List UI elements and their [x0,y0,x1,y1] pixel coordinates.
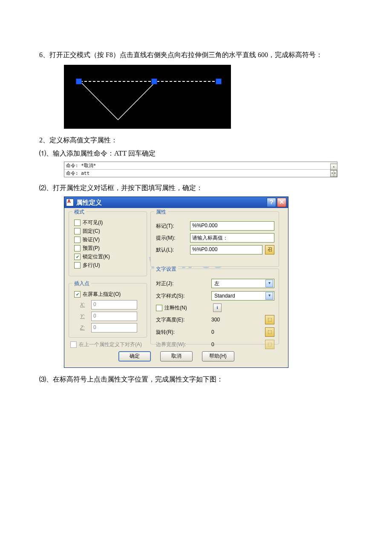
label-y: Y: [80,313,91,319]
scroll-right-icon[interactable]: ▸ [334,170,337,177]
input-y: 0 [91,312,137,321]
pick-rotation-icon[interactable]: ⬚ [265,327,274,337]
grip-mid [151,78,157,84]
label-rotation: 旋转(R): [156,329,211,336]
close-icon[interactable]: ✕ [277,198,286,207]
group-mode: 模式 不可见(I) 固定(C) 验证(V) 预置(P) 锁定位置(K) 多行(U… [69,211,147,276]
select-justify[interactable]: 左▾ [211,279,274,288]
dialog-app-icon [66,199,74,206]
chk-align-below-prev: 在上一个属性定义下对齐(A) [70,341,282,348]
info-icon[interactable]: i [213,304,222,312]
insert-field-icon[interactable]: 召 [265,245,274,254]
label-justify: 对正(J): [156,280,211,287]
input-x: 0 [91,300,137,309]
group-insert-point: 插入点 在屏幕上指定(O) X:0 Y:0 Z:0 [69,283,147,338]
input-default[interactable]: %%P0.000 [190,245,262,254]
group-insert-legend: 插入点 [72,280,91,287]
paragraph-2: 2、定义标高值文字属性： [26,135,366,146]
label-z: Z: [80,325,91,331]
group-text-settings: 文字设置 对正(J): 左▾ 文字样式(S): Standard▾ 注释性(N) [150,269,279,344]
label-prompt: 提示(M): [156,234,190,242]
paragraph-6: 6、打开正交模式（按 F8）点击直线右侧夹点向右拉伸倒三角的水平直线 600，完… [26,49,366,61]
chevron-down-icon: ▾ [265,292,273,300]
chk-invisible[interactable]: 不可见(I) [74,219,142,226]
grip-left [76,78,82,84]
paragraph-2-3: ⑶、在标高符号上点击属性文字位置，完成属性文字如下图： [26,374,366,385]
chk-annotative-wrap: 注释性(N) [156,304,211,312]
help-icon[interactable]: ? [267,198,276,207]
input-tag[interactable]: %%P0.000 [190,221,274,231]
chk-specify-onscreen[interactable]: 在屏幕上指定(O) [74,291,142,298]
cad-viewport-figure [64,65,231,129]
cmd-line-1: 命令: *取消* [64,162,337,169]
input-text-height[interactable]: 300 [211,317,262,323]
label-default: 默认(L): [156,246,190,254]
scroll-up-icon[interactable]: ▴ [330,164,337,170]
label-text-height: 文字高度(E): [156,316,211,324]
ok-button[interactable]: 确定 [118,351,151,361]
group-mode-legend: 模式 [72,208,86,216]
input-rotation[interactable]: 0 [211,329,262,335]
paragraph-2-1: ⑴、输入添加属性命令：ATT 回车确定 [26,148,366,159]
label-textstyle: 文字样式(S): [156,292,211,300]
chk-fixed[interactable]: 固定(C) [74,228,142,235]
paragraph-2-2: ⑵、打开属性定义对话框，并按下图填写属性，确定： [26,182,366,194]
chk-multiline[interactable]: 多行(U) [74,262,142,269]
input-z: 0 [91,323,137,332]
group-text-legend: 文字设置 [154,266,178,273]
label-x: X: [80,302,91,308]
scroll-left-icon[interactable]: ◂ [330,170,334,177]
help-button[interactable]: 帮助(H) [202,351,234,361]
dialog-titlebar: 属性定义 ? ✕ [64,197,288,208]
dialog-title-text: 属性定义 [76,199,102,207]
grip-right [216,78,222,84]
chevron-down-icon: ▾ [265,280,273,287]
cmd-line-2: 命令: att [64,169,337,177]
pick-height-icon[interactable]: ⬚ [265,315,274,324]
cancel-button[interactable]: 取消 [160,351,193,361]
group-attr-legend: 属性 [154,208,168,216]
chk-lock[interactable]: 锁定位置(K) [74,253,142,260]
chk-verify[interactable]: 验证(V) [74,236,142,243]
command-line-figure: 命令: *取消* 命令: att ▴ ◂ ▸ [64,162,337,177]
chk-annotative[interactable]: 注释性(N) [156,304,211,312]
cmd-scrollbar: ▴ ◂ ▸ [330,162,337,177]
select-textstyle[interactable]: Standard▾ [211,291,274,301]
label-tag: 标记(T): [156,223,190,230]
chk-preset[interactable]: 预置(P) [74,245,142,252]
group-attribute: 属性 标记(T): %%P0.000 提示(M): 请输入标高值： 默认(L):… [150,211,279,267]
triangle-shape [80,81,156,121]
input-prompt[interactable]: 请输入标高值： [190,233,274,243]
attribute-definition-dialog: 属性定义 ? ✕ WWW CO 模式 不可见(I) 固定(C) 验证(V) 预置… [64,197,288,368]
